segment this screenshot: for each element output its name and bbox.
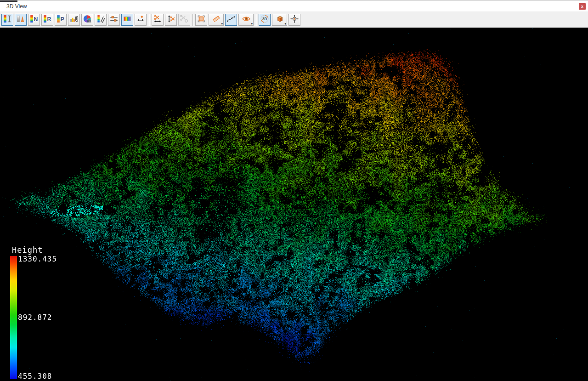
close-icon: x: [581, 4, 583, 9]
display-color-bar-icon: [123, 14, 132, 25]
display-by-height-icon: [3, 14, 12, 25]
zoom-extent-icon: [290, 14, 299, 25]
view-options-icon: [242, 14, 251, 25]
display-settings-button[interactable]: [108, 14, 120, 26]
viewport: Height 1330.435 892.872 455.308: [0, 28, 588, 381]
section-settings-icon: [180, 14, 189, 25]
svg-text:P: P: [60, 16, 64, 23]
measure-tools-icon: [212, 14, 221, 25]
display-by-point-source-button[interactable]: P: [55, 14, 67, 26]
display-by-return-number-button[interactable]: N: [28, 14, 40, 26]
render-mode-icon: [275, 14, 284, 25]
display-by-intensity-button[interactable]: [15, 14, 27, 26]
dropdown-arrow-icon: ▾: [221, 22, 223, 25]
3d-view-window: 3D View x NRPRGB▾▾3D▾ Height 1330.435 89…: [0, 0, 588, 381]
clip-box-icon: [197, 14, 206, 25]
clip-box-button[interactable]: [195, 14, 207, 26]
measure-tools-button[interactable]: ▾: [209, 14, 224, 26]
window-top-edge: [0, 0, 17, 2]
display-by-point-source-icon: P: [56, 14, 65, 25]
rotate-3d-button[interactable]: 3D: [259, 14, 271, 26]
toolbar-separator: [149, 14, 150, 26]
cross-section-horizontal-button[interactable]: [152, 14, 164, 26]
view-options-button[interactable]: ▾: [238, 14, 254, 26]
toolbar: NRPRGB▾▾3D▾: [0, 12, 588, 28]
section-settings-button: [178, 14, 190, 26]
dropdown-arrow-icon: ▾: [251, 22, 253, 25]
svg-text:R: R: [47, 16, 51, 23]
toolbar-separator: [256, 14, 257, 26]
display-by-return-number-icon: N: [29, 14, 39, 25]
cross-section-vertical-icon: [166, 14, 175, 25]
display-by-rgb-icon: R: [43, 14, 52, 25]
point-cloud-canvas[interactable]: [0, 28, 588, 381]
display-by-height-button[interactable]: [1, 14, 13, 26]
render-mode-button[interactable]: ▾: [272, 14, 287, 26]
zoom-extent-button[interactable]: [288, 14, 300, 26]
window-titlebar: 3D View x: [0, 0, 588, 12]
display-by-rgb-button[interactable]: R: [41, 14, 53, 26]
display-by-classification-icon: [69, 14, 79, 25]
window-title: 3D View: [6, 3, 27, 10]
rotate-3d-icon: 3D: [260, 14, 269, 25]
dropdown-arrow-icon: ▾: [284, 22, 286, 25]
display-by-intensity-icon: [16, 14, 25, 25]
toolbar-separator: [192, 14, 193, 26]
display-by-color-wheel-button[interactable]: RGB: [81, 14, 93, 26]
display-by-classification-button[interactable]: [68, 14, 80, 26]
svg-text:3D: 3D: [262, 17, 267, 21]
stretch-range-button[interactable]: [135, 14, 147, 26]
pick-multi-point-icon: [226, 14, 236, 25]
close-button[interactable]: x: [579, 3, 586, 10]
display-color-bar-button[interactable]: [121, 14, 133, 26]
cross-section-vertical-button[interactable]: [165, 14, 177, 26]
display-by-blend-icon: [96, 14, 105, 25]
svg-text:RGB: RGB: [88, 20, 92, 22]
cross-section-horizontal-icon: [153, 14, 162, 25]
stretch-range-icon: [136, 14, 145, 25]
display-by-blend-button[interactable]: [95, 14, 107, 26]
display-settings-icon: [109, 14, 119, 25]
svg-text:N: N: [34, 16, 38, 23]
pick-multi-point-button[interactable]: [225, 14, 237, 26]
display-by-color-wheel-icon: RGB: [83, 14, 92, 25]
